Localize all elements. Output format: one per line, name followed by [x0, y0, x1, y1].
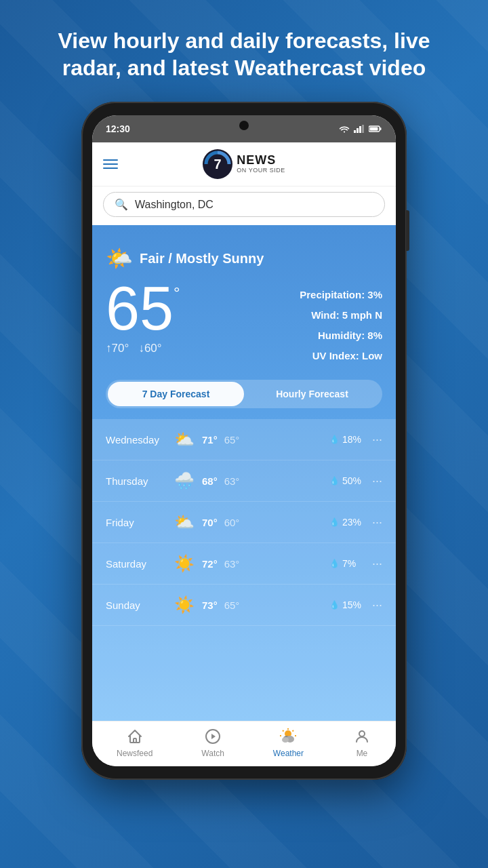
nav-watch-label: Watch [201, 749, 224, 758]
precip-detail: Precipitation: 3% [300, 285, 382, 305]
forecast-list: Wednesday ⛅ 71° 65° 💧 18% ··· Thursday [92, 419, 396, 721]
bottom-nav: Newsfeed Watch [92, 721, 396, 766]
forecast-day-sat: Saturday [106, 558, 167, 570]
wifi-icon [339, 125, 350, 133]
search-value: Washington, DC [135, 199, 214, 211]
svg-line-14 [283, 730, 284, 732]
menu-button[interactable] [103, 159, 118, 169]
precip-val-sat: 7% [342, 558, 356, 569]
weather-nav-icon [279, 727, 298, 746]
side-button [406, 210, 409, 251]
logo-subtext: ON YOUR SIDE [237, 167, 285, 174]
forecast-high-thu: 68° [202, 475, 218, 487]
weather-details: Precipitation: 3% Wind: 5 mph N Humidity… [300, 285, 382, 366]
forecast-high-wed: 71° [202, 434, 218, 446]
forecast-precip-sat: 💧 7% [329, 558, 367, 569]
logo-svg: 7 [203, 149, 232, 179]
precip-drop-sat: 💧 [329, 559, 340, 568]
search-icon: 🔍 [115, 198, 128, 211]
nav-weather-label: Weather [273, 749, 304, 758]
logo-text: NEWS ON YOUR SIDE [237, 154, 285, 174]
forecast-tabs: 7 Day Forecast Hourly Forecast [106, 380, 382, 408]
svg-point-20 [282, 737, 289, 743]
precip-val-fri: 23% [342, 517, 361, 528]
nav-newsfeed[interactable]: Newsfeed [117, 727, 152, 758]
nav-watch[interactable]: Watch [201, 727, 224, 758]
tab-7day[interactable]: 7 Day Forecast [108, 382, 244, 406]
menu-line-2 [103, 163, 118, 165]
search-input-wrapper[interactable]: 🔍 Washington, DC [103, 192, 385, 217]
tab-hourly[interactable]: Hourly Forecast [244, 382, 380, 406]
menu-line-1 [103, 159, 118, 161]
battery-icon [369, 125, 382, 133]
forecast-temps-wed: 71° 65° [202, 434, 324, 446]
temp-low: ↓60° [138, 342, 161, 355]
precip-drop-sun: 💧 [329, 600, 340, 610]
condition-text: Fair / Mostly Sunny [140, 251, 264, 267]
phone-mockup: 12:30 [81, 102, 407, 780]
svg-rect-2 [359, 126, 361, 133]
forecast-precip-fri: 💧 23% [329, 517, 367, 528]
forecast-precip-wed: 💧 18% [329, 434, 367, 445]
forecast-low-thu: 63° [224, 475, 240, 487]
forecast-high-sat: 72° [202, 558, 218, 570]
nav-me-label: Me [357, 749, 368, 758]
temp-range: ↑70° ↓60° [106, 342, 180, 355]
forecast-precip-thu: 💧 50% [329, 475, 367, 486]
humidity-detail: Humidity: 8% [300, 326, 382, 346]
person-icon [352, 727, 371, 746]
forecast-more-sun[interactable]: ··· [372, 598, 382, 612]
logo-circle: 7 [203, 149, 232, 179]
forecast-row-thursday: Thursday 🌧️ 68° 63° 💧 50% ··· [92, 460, 396, 502]
menu-line-3 [103, 167, 118, 169]
weather-content: 🌤️ Fair / Mostly Sunny 65 ° ↑70° ↓60° [92, 225, 396, 721]
forecast-icon-sun: ☀️ [172, 593, 197, 617]
nav-weather[interactable]: Weather [273, 727, 304, 758]
precip-drop-wed: 💧 [329, 435, 340, 444]
main-weather-row: 65 ° ↑70° ↓60° Precipitation: 3% [106, 278, 382, 366]
app-logo: 7 NEWS ON YOUR SIDE [203, 149, 285, 179]
svg-rect-6 [370, 127, 378, 131]
svg-rect-0 [354, 130, 356, 133]
status-time: 12:30 [106, 123, 130, 134]
temp-high: ↑70° [106, 342, 129, 355]
forecast-temps-sun: 73° 65° [202, 599, 324, 611]
nav-me[interactable]: Me [352, 727, 371, 758]
forecast-row-sunday: Sunday ☀️ 73° 65° 💧 15% ··· [92, 585, 396, 626]
play-icon [203, 727, 222, 746]
svg-rect-1 [357, 128, 359, 133]
forecast-low-fri: 60° [224, 517, 240, 528]
current-weather: 🌤️ Fair / Mostly Sunny 65 ° ↑70° ↓60° [92, 225, 396, 380]
temperature-block: 65 ° ↑70° ↓60° [106, 278, 180, 355]
precip-drop-thu: 💧 [329, 476, 340, 486]
forecast-row-friday: Friday ⛅ 70° 60° 💧 23% ··· [92, 502, 396, 543]
hero-text: View hourly and daily forecasts, live ra… [0, 0, 488, 102]
precip-val-thu: 50% [342, 475, 361, 486]
forecast-precip-sun: 💧 15% [329, 599, 367, 610]
forecast-more-thu[interactable]: ··· [372, 474, 382, 488]
forecast-day-fri: Friday [106, 517, 167, 528]
forecast-more-wed[interactable]: ··· [372, 433, 382, 447]
forecast-low-wed: 65° [224, 434, 240, 446]
svg-line-15 [293, 730, 294, 732]
forecast-icon-sat: ☀️ [172, 551, 197, 576]
forecast-row-wednesday: Wednesday ⛅ 71° 65° 💧 18% ··· [92, 419, 396, 460]
forecast-day-thu: Thursday [106, 475, 167, 487]
forecast-more-fri[interactable]: ··· [372, 515, 382, 530]
forecast-icon-fri: ⛅ [172, 510, 197, 534]
app-header: 7 NEWS ON YOUR SIDE [92, 142, 396, 186]
forecast-high-fri: 70° [202, 517, 218, 528]
forecast-more-sat[interactable]: ··· [372, 557, 382, 571]
home-icon [125, 727, 144, 746]
svg-marker-10 [211, 734, 216, 739]
forecast-icon-wed: ⛅ [172, 427, 197, 452]
status-bar: 12:30 [92, 115, 396, 142]
forecast-temps-thu: 68° 63° [202, 475, 324, 487]
temp-degree: ° [174, 285, 180, 301]
forecast-icon-thu: 🌧️ [172, 469, 197, 493]
svg-point-21 [359, 731, 365, 736]
svg-rect-3 [362, 125, 364, 133]
forecast-row-saturday: Saturday ☀️ 72° 63° 💧 7% ··· [92, 543, 396, 585]
wind-detail: Wind: 5 mph N [300, 305, 382, 326]
svg-rect-5 [380, 127, 382, 130]
